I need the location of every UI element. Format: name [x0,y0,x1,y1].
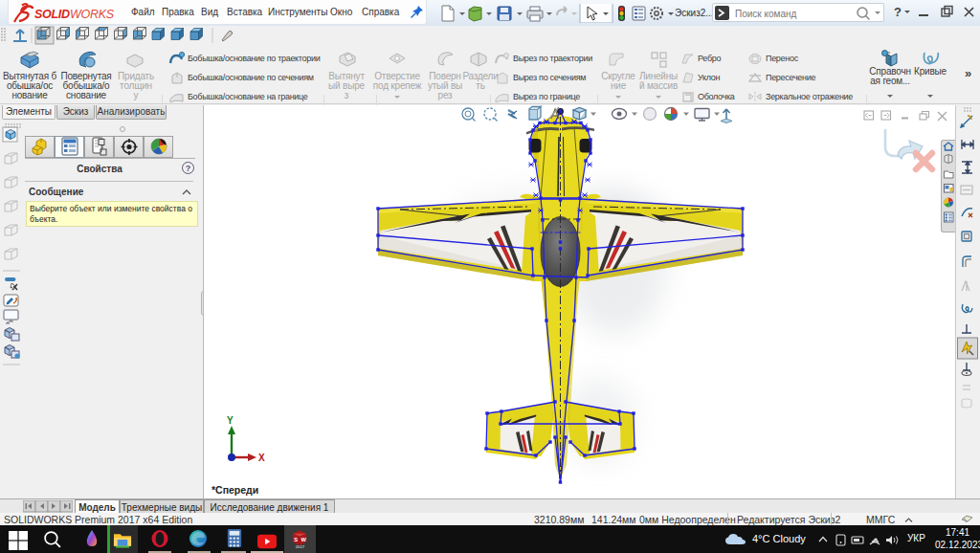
svg-text:WORKS: WORKS [70,8,115,21]
svg-text:Y: Y [227,415,234,426]
svg-text:*Спереди: *Спереди [212,484,258,496]
svg-text:W: W [301,537,306,542]
svg-text:S: S [294,537,298,542]
svg-text:2017: 2017 [296,544,305,548]
svg-text:X: X [258,453,265,463]
svg-text:SOLID: SOLID [34,8,70,21]
